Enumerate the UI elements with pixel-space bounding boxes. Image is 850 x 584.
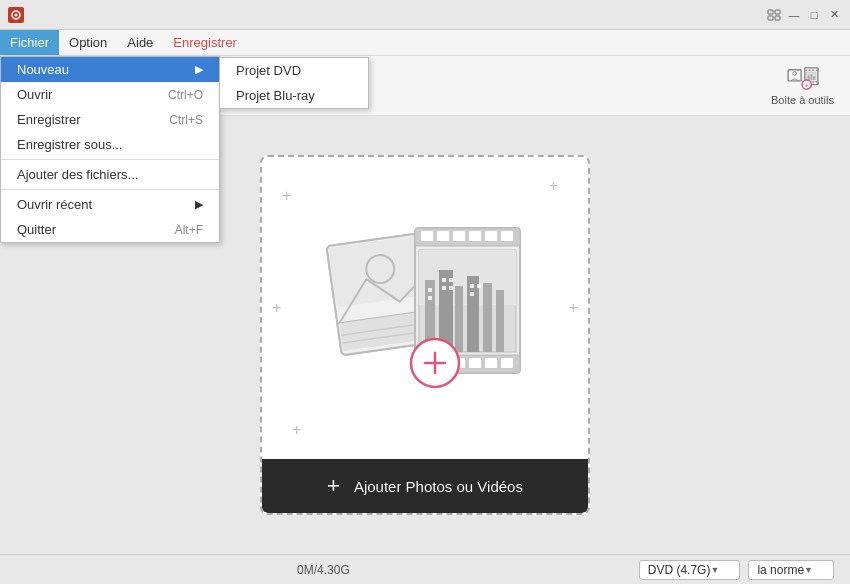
toolbox-icon: + [787, 66, 819, 92]
svg-rect-33 [421, 231, 433, 241]
toolbox-label: Boite à outils [771, 94, 834, 106]
menu-item-ouvrir[interactable]: Ouvrir Ctrl+O [1, 82, 219, 107]
menu-bar: Fichier Option Aide Enregistrer Nouveau … [0, 30, 850, 56]
svg-rect-11 [806, 68, 808, 70]
separator-2 [1, 189, 219, 190]
app-icon [8, 7, 24, 23]
minimize-button[interactable]: — [786, 7, 802, 23]
svg-rect-60 [470, 284, 474, 288]
menu-fichier[interactable]: Fichier [0, 30, 59, 55]
add-photos-label: Ajouter Photos ou Vidéos [354, 478, 523, 495]
svg-rect-45 [501, 358, 513, 368]
svg-rect-50 [455, 286, 463, 352]
deco-plus-tl: + [282, 187, 291, 205]
status-bar: 0M/4.30G DVD (4.7G) ▼ la norme ▼ [0, 554, 850, 584]
menu-enregistrer[interactable]: Enregistrer [163, 30, 247, 55]
menu-item-ouvrir-recent[interactable]: Ouvrir récent ▶ [1, 192, 219, 217]
svg-rect-38 [501, 231, 513, 241]
svg-rect-58 [442, 286, 446, 290]
nouveau-submenu: Projet DVD Projet Blu-ray [219, 57, 369, 109]
submenu-arrow: ▶ [195, 63, 203, 76]
svg-rect-4 [768, 16, 773, 20]
menu-item-enregistrer-sous[interactable]: Enregistrer sous... [1, 132, 219, 157]
svg-rect-44 [485, 358, 497, 368]
add-photos-bar[interactable]: + Ajouter Photos ou Vidéos [262, 459, 588, 513]
svg-rect-53 [496, 290, 504, 352]
drop-zone-content: + + + + + [262, 157, 588, 459]
svg-rect-36 [469, 231, 481, 241]
maximize-button[interactable]: □ [806, 7, 822, 23]
svg-rect-12 [810, 68, 812, 70]
deco-plus-bl: + [292, 421, 301, 439]
svg-rect-61 [477, 284, 481, 288]
svg-rect-55 [428, 296, 432, 300]
menu-item-enregistrer[interactable]: Enregistrer Ctrl+S [1, 107, 219, 132]
title-bar: — □ ✕ [0, 0, 850, 30]
deco-plus-ml: + [272, 299, 281, 317]
drop-zone: + + + + + [260, 155, 590, 515]
svg-text:+: + [804, 81, 808, 90]
menu-item-ajouter[interactable]: Ajouter des fichiers... [1, 162, 219, 187]
svg-rect-62 [470, 292, 474, 296]
fichier-dropdown: Nouveau ▶ Projet DVD Projet Blu-ray Ouvr… [0, 56, 220, 243]
svg-rect-2 [768, 10, 773, 14]
svg-rect-56 [442, 278, 446, 282]
add-plus-icon: + [327, 473, 340, 499]
menu-item-nouveau[interactable]: Nouveau ▶ [1, 57, 219, 82]
svg-rect-34 [437, 231, 449, 241]
norme-dropdown[interactable]: la norme ▼ [748, 560, 834, 580]
submenu-item-dvd[interactable]: Projet DVD [220, 58, 368, 83]
svg-rect-37 [485, 231, 497, 241]
deco-plus-mr: + [569, 299, 578, 317]
norme-dropdown-arrow: ▼ [804, 565, 813, 575]
svg-rect-16 [814, 81, 816, 83]
toolbar-icon-btn[interactable] [766, 7, 782, 23]
svg-rect-20 [813, 76, 815, 80]
menu-aide[interactable]: Aide [117, 30, 163, 55]
svg-point-1 [15, 13, 18, 16]
recent-arrow: ▶ [195, 198, 203, 211]
svg-rect-18 [807, 75, 809, 80]
svg-rect-13 [814, 68, 816, 70]
nouveau-container: Nouveau ▶ Projet DVD Projet Blu-ray [1, 57, 219, 82]
menu-option[interactable]: Option [59, 30, 117, 55]
deco-plus-tr: + [549, 177, 558, 195]
svg-rect-5 [775, 16, 780, 20]
title-bar-controls: — □ ✕ [766, 7, 842, 23]
svg-rect-59 [449, 286, 453, 290]
dvd-dropdown-arrow: ▼ [710, 565, 719, 575]
submenu-item-bluray[interactable]: Projet Blu-ray [220, 83, 368, 108]
svg-rect-35 [453, 231, 465, 241]
svg-rect-52 [483, 283, 492, 352]
svg-rect-54 [428, 288, 432, 292]
toolbox-button[interactable]: + Boite à outils [771, 66, 834, 106]
dvd-dropdown[interactable]: DVD (4.7G) ▼ [639, 560, 741, 580]
svg-rect-19 [810, 74, 812, 80]
svg-rect-57 [449, 278, 453, 282]
menu-item-quitter[interactable]: Quitter Alt+F [1, 217, 219, 242]
separator-1 [1, 159, 219, 160]
close-button[interactable]: ✕ [826, 7, 842, 23]
status-info: 0M/4.30G [297, 563, 350, 577]
svg-rect-3 [775, 10, 780, 14]
title-bar-left [8, 7, 24, 23]
svg-point-7 [792, 71, 796, 75]
svg-rect-43 [469, 358, 481, 368]
media-illustration [315, 208, 535, 408]
